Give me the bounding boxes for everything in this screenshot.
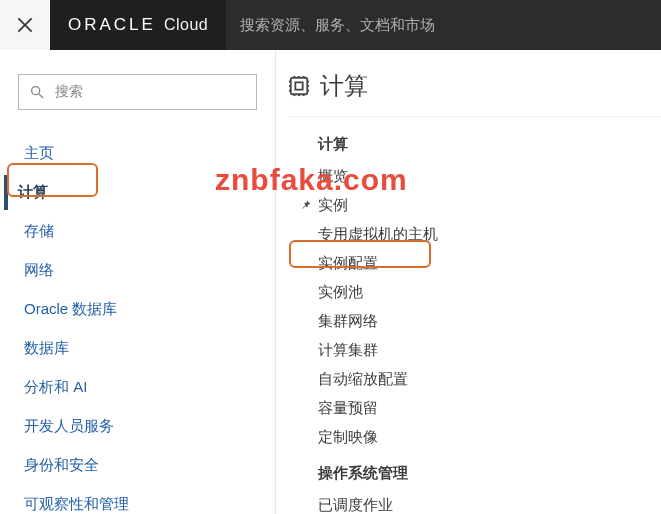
content-item[interactable]: 实例池 xyxy=(318,278,661,307)
sidebar-item[interactable]: 身份和安全 xyxy=(18,448,257,483)
content-item[interactable]: 定制映像 xyxy=(318,423,661,452)
svg-rect-4 xyxy=(291,78,308,95)
content-item-label: 计算集群 xyxy=(318,341,378,360)
sidebar-item[interactable]: Oracle 数据库 xyxy=(18,292,257,327)
sidebar-item[interactable]: 开发人员服务 xyxy=(18,409,257,444)
content-item-label: 实例配置 xyxy=(318,254,378,273)
main: 搜索 主页计算存储网络Oracle 数据库数据库分析和 AI开发人员服务身份和安… xyxy=(0,50,661,514)
sidebar-item[interactable]: 存储 xyxy=(18,214,257,249)
sidebar-item[interactable]: 数据库 xyxy=(18,331,257,366)
page-title: 计算 xyxy=(320,70,368,102)
content-header: 计算 xyxy=(288,70,661,117)
sidebar-search-placeholder: 搜索 xyxy=(55,83,83,101)
content-item-label: 已调度作业 xyxy=(318,496,393,514)
svg-rect-5 xyxy=(295,82,302,89)
content-item[interactable]: 自动缩放配置 xyxy=(318,365,661,394)
sidebar-search[interactable]: 搜索 xyxy=(18,74,257,110)
brand: ORACLE Cloud xyxy=(50,15,226,35)
sidebar-item[interactable]: 计算 xyxy=(4,175,257,210)
content-item-label: 自动缩放配置 xyxy=(318,370,408,389)
sidebar-items: 主页计算存储网络Oracle 数据库数据库分析和 AI开发人员服务身份和安全可观… xyxy=(18,136,257,514)
compute-icon xyxy=(288,75,310,97)
sidebar: 搜索 主页计算存储网络Oracle 数据库数据库分析和 AI开发人员服务身份和安… xyxy=(0,50,276,514)
content-item-label: 概览 xyxy=(318,167,348,186)
topbar: ORACLE Cloud 搜索资源、服务、文档和市场 xyxy=(0,0,661,50)
sidebar-item[interactable]: 分析和 AI xyxy=(18,370,257,405)
content: 计算 计算概览实例专用虚拟机的主机实例配置实例池集群网络计算集群自动缩放配置容量… xyxy=(276,50,661,514)
content-groups: 计算概览实例专用虚拟机的主机实例配置实例池集群网络计算集群自动缩放配置容量预留定… xyxy=(288,135,661,514)
sidebar-item[interactable]: 可观察性和管理 xyxy=(18,487,257,514)
sidebar-item[interactable]: 网络 xyxy=(18,253,257,288)
content-item[interactable]: 实例配置 xyxy=(318,249,661,278)
content-item[interactable]: 集群网络 xyxy=(318,307,661,336)
content-item-label: 集群网络 xyxy=(318,312,378,331)
close-button[interactable] xyxy=(0,0,50,50)
svg-line-3 xyxy=(39,94,43,98)
svg-point-2 xyxy=(32,87,40,95)
global-search-placeholder: 搜索资源、服务、文档和市场 xyxy=(240,16,435,35)
content-item[interactable]: 专用虚拟机的主机 xyxy=(318,220,661,249)
search-icon xyxy=(29,84,45,100)
group-heading: 计算 xyxy=(318,135,661,154)
close-icon xyxy=(15,15,35,35)
content-item[interactable]: 容量预留 xyxy=(318,394,661,423)
global-search[interactable]: 搜索资源、服务、文档和市场 xyxy=(226,0,661,50)
sidebar-item[interactable]: 主页 xyxy=(18,136,257,171)
content-item[interactable]: 概览 xyxy=(318,162,661,191)
group-heading: 操作系统管理 xyxy=(318,464,661,483)
brand-main: ORACLE xyxy=(68,15,156,35)
content-item[interactable]: 计算集群 xyxy=(318,336,661,365)
brand-sub: Cloud xyxy=(164,16,208,34)
pin-icon xyxy=(298,197,314,214)
content-item-label: 专用虚拟机的主机 xyxy=(318,225,438,244)
content-item-label: 实例池 xyxy=(318,283,363,302)
content-item-label: 定制映像 xyxy=(318,428,378,447)
content-item[interactable]: 实例 xyxy=(318,191,661,220)
content-item[interactable]: 已调度作业 xyxy=(318,491,661,514)
content-item-label: 容量预留 xyxy=(318,399,378,418)
content-item-label: 实例 xyxy=(318,196,348,215)
